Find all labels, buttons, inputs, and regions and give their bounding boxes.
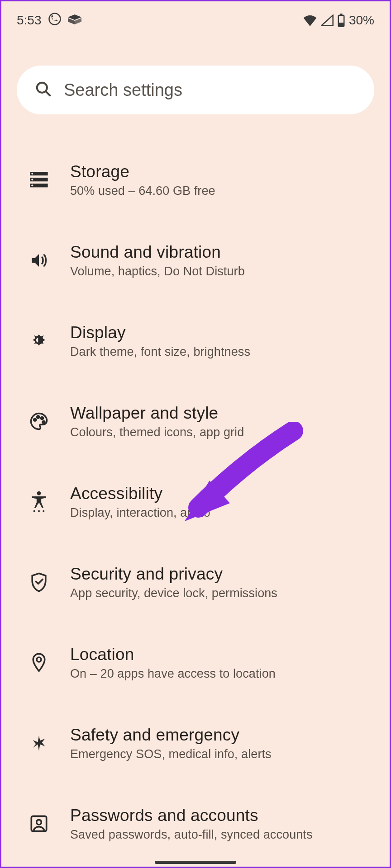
status-time: 5:53 bbox=[17, 13, 42, 28]
svg-point-18 bbox=[33, 510, 35, 512]
settings-item-accessibility[interactable]: Accessibility Display, interaction, audi… bbox=[1, 468, 390, 536]
svg-point-17 bbox=[37, 491, 41, 495]
nav-indicator bbox=[155, 861, 236, 864]
status-battery-text: 30% bbox=[349, 13, 374, 28]
settings-item-storage[interactable]: Storage 50% used – 64.60 GB free bbox=[1, 146, 390, 214]
svg-point-20 bbox=[43, 510, 44, 512]
item-title: Passwords and accounts bbox=[70, 806, 313, 825]
item-title: Storage bbox=[70, 162, 215, 181]
settings-item-safety[interactable]: Safety and emergency Emergency SOS, medi… bbox=[1, 709, 390, 777]
item-title: Safety and emergency bbox=[70, 726, 272, 745]
whatsapp-icon bbox=[48, 12, 62, 29]
status-right: 30% bbox=[303, 13, 374, 28]
settings-item-security[interactable]: Security and privacy App security, devic… bbox=[1, 548, 390, 616]
settings-item-passwords[interactable]: Passwords and accounts Saved passwords, … bbox=[1, 790, 390, 858]
settings-item-wallpaper[interactable]: Wallpaper and style Colours, themed icon… bbox=[1, 387, 390, 455]
palette-icon bbox=[29, 411, 49, 432]
item-subtitle: 50% used – 64.60 GB free bbox=[70, 184, 215, 198]
item-subtitle: App security, device lock, permissions bbox=[70, 586, 277, 600]
item-title: Display bbox=[70, 323, 250, 342]
item-subtitle: Dark theme, font size, brightness bbox=[70, 345, 250, 359]
accessibility-icon bbox=[29, 491, 49, 512]
svg-point-15 bbox=[41, 417, 43, 419]
item-subtitle: On – 20 apps have access to location bbox=[70, 667, 276, 681]
status-bar: 5:53 bbox=[1, 1, 390, 33]
item-title: Accessibility bbox=[70, 484, 210, 503]
wifi-icon bbox=[303, 14, 317, 26]
account-box-icon bbox=[29, 813, 49, 834]
item-subtitle: Display, interaction, audio bbox=[70, 506, 210, 520]
item-subtitle: Volume, haptics, Do Not Disturb bbox=[70, 264, 245, 278]
svg-point-11 bbox=[31, 184, 33, 186]
settings-list: Storage 50% used – 64.60 GB free Sound a… bbox=[1, 146, 390, 858]
item-subtitle: Colours, themed icons, app grid bbox=[70, 425, 244, 439]
asterisk-icon bbox=[29, 733, 49, 754]
svg-rect-2 bbox=[340, 14, 342, 15]
svg-point-0 bbox=[49, 13, 60, 24]
sound-icon bbox=[29, 250, 49, 271]
svg-point-14 bbox=[37, 416, 39, 418]
svg-point-21 bbox=[37, 657, 41, 662]
svg-point-13 bbox=[34, 419, 36, 421]
item-subtitle: Emergency SOS, medical info, alerts bbox=[70, 747, 272, 761]
shield-check-icon bbox=[29, 572, 49, 593]
battery-icon bbox=[337, 14, 345, 27]
settings-item-location[interactable]: Location On – 20 apps have access to loc… bbox=[1, 629, 390, 697]
svg-point-10 bbox=[31, 179, 33, 180]
svg-point-19 bbox=[38, 510, 40, 512]
svg-point-23 bbox=[37, 820, 42, 825]
item-title: Security and privacy bbox=[70, 565, 277, 584]
display-icon bbox=[29, 330, 49, 351]
status-left: 5:53 bbox=[17, 12, 81, 29]
search-icon bbox=[35, 80, 52, 99]
item-subtitle: Saved passwords, auto-fill, synced accou… bbox=[70, 828, 313, 842]
svg-point-9 bbox=[31, 173, 33, 175]
search-bar[interactable] bbox=[17, 66, 374, 114]
search-input[interactable] bbox=[64, 80, 356, 100]
item-title: Location bbox=[70, 645, 276, 664]
signal-icon bbox=[321, 14, 334, 26]
svg-point-16 bbox=[43, 421, 45, 423]
storage-icon bbox=[29, 170, 49, 190]
package-icon bbox=[68, 13, 81, 28]
settings-item-display[interactable]: Display Dark theme, font size, brightnes… bbox=[1, 307, 390, 375]
settings-item-sound[interactable]: Sound and vibration Volume, haptics, Do … bbox=[1, 226, 390, 294]
item-title: Sound and vibration bbox=[70, 243, 245, 262]
svg-line-5 bbox=[46, 91, 50, 96]
location-pin-icon bbox=[29, 652, 49, 673]
item-title: Wallpaper and style bbox=[70, 404, 244, 423]
svg-rect-3 bbox=[339, 23, 343, 26]
